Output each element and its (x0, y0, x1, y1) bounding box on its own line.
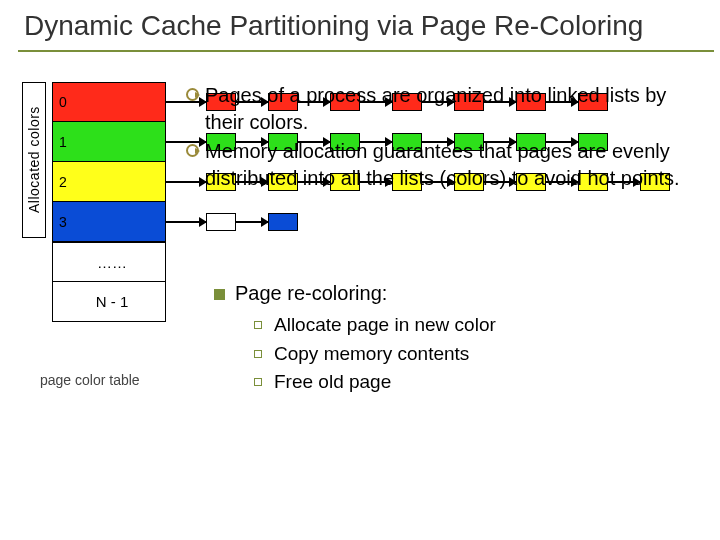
recolor-section: Page re-coloring: Allocate page in new c… (214, 282, 496, 397)
slide-title: Dynamic Cache Partitioning via Page Re-C… (0, 0, 720, 50)
bullet-2: Memory allocation guarantees that pages … (186, 138, 696, 192)
hollow-square-icon (254, 378, 262, 386)
hollow-square-icon (254, 321, 262, 329)
color-row-0: 0 (52, 82, 166, 122)
arrow (236, 221, 268, 223)
bullet-icon (186, 144, 199, 157)
diagram-stage: Allocated colors 0 1 2 3 …… N - 1 page c… (0, 52, 720, 492)
color-row-3: 3 (52, 202, 166, 242)
recolor-item-text: Copy memory contents (274, 343, 469, 364)
bullet-icon (186, 88, 199, 101)
recolor-item-text: Free old page (274, 371, 391, 392)
recolor-head: Page re-coloring: (214, 282, 496, 305)
page-color-table-caption: page color table (40, 372, 140, 388)
list-row-blue (166, 202, 670, 242)
color-row-1: 1 (52, 122, 166, 162)
color-row-last: N - 1 (52, 282, 166, 322)
bullet-text: Pages of a process are organized into li… (205, 82, 696, 136)
page-color-table-extra: …… N - 1 (52, 242, 166, 322)
recolor-item-3: Free old page (254, 368, 496, 397)
hollow-square-icon (254, 350, 262, 358)
page-color-table: 0 1 2 3 (52, 82, 166, 242)
recolor-item-1: Allocate page in new color (254, 311, 496, 340)
bullet-text: Memory allocation guarantees that pages … (205, 138, 696, 192)
recolor-item-2: Copy memory contents (254, 340, 496, 369)
page-node (206, 213, 236, 231)
page-node (268, 213, 298, 231)
allocated-colors-label: Allocated colors (22, 82, 46, 238)
main-bullets: Pages of a process are organized into li… (186, 82, 696, 194)
square-bullet-icon (214, 289, 225, 300)
color-row-2: 2 (52, 162, 166, 202)
recolor-sublist: Allocate page in new color Copy memory c… (254, 311, 496, 397)
bullet-1: Pages of a process are organized into li… (186, 82, 696, 136)
recolor-head-text: Page re-coloring: (235, 282, 387, 304)
arrow (166, 221, 206, 223)
recolor-item-text: Allocate page in new color (274, 314, 496, 335)
color-row-dots: …… (52, 242, 166, 282)
